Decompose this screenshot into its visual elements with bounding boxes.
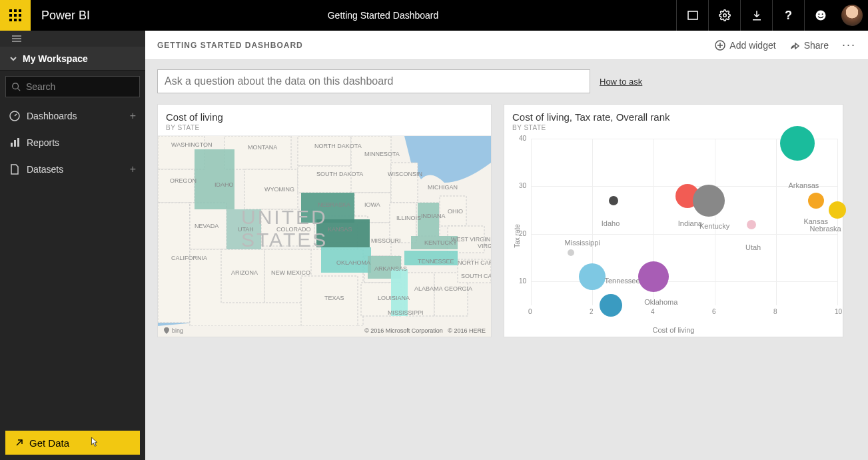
main: GETTING STARTED DASHBOARD Add widget Sha… [145, 31, 868, 460]
search-placeholder: Search [26, 81, 55, 92]
sidebar-collapse-button[interactable] [0, 31, 145, 47]
more-options-button[interactable]: ··· [842, 38, 856, 52]
svg-rect-47 [221, 249, 264, 303]
x-tick: 8 [773, 308, 777, 315]
sidebar-item-datasets[interactable]: Datasets + [0, 156, 145, 183]
map-state-label: ALABAMA [414, 285, 443, 292]
bubble-oklahoma[interactable] [638, 261, 669, 292]
gear-icon [719, 9, 731, 21]
map-visual[interactable]: UNITED STATES bing © 2016 Microsoft Corp… [158, 135, 491, 337]
smile-icon [815, 9, 827, 21]
scatter-visual[interactable]: Tax rate Cost of living 024681010203040I… [504, 135, 843, 337]
map-state-label: VIRGINIA [478, 243, 491, 249]
svg-rect-2 [19, 9, 21, 12]
svg-rect-29 [158, 169, 195, 203]
sidebar-item-label: Datasets [27, 164, 63, 175]
map-state-label: WASHINGTON [171, 141, 213, 148]
fullscreen-button[interactable] [676, 0, 708, 31]
map-state-label: ARKANSAS [374, 265, 407, 272]
qa-input[interactable] [157, 69, 590, 93]
how-to-ask-link[interactable]: How to ask [600, 77, 642, 87]
bubble-unnamed[interactable] [600, 294, 622, 317]
bubble-label: Arkansas [788, 181, 819, 189]
user-avatar[interactable] [836, 0, 868, 31]
sidebar: My Workspace Search Dashboards + Reports… [0, 31, 145, 460]
map-state-label: NEW MEXICO [271, 269, 310, 276]
svg-point-12 [818, 13, 819, 15]
gauge-icon [9, 111, 20, 121]
map-state-label: NEBRASKA [318, 201, 350, 208]
share-label: Share [804, 40, 829, 51]
bubble-tennessee[interactable] [579, 263, 606, 290]
map-state-label: IOWA [364, 201, 380, 208]
svg-point-17 [13, 83, 19, 89]
x-tick: 2 [590, 308, 594, 315]
svg-line-24 [17, 440, 22, 445]
get-data-label: Get Data [29, 437, 69, 449]
map-state-label: MINNESOTA [364, 151, 400, 157]
topbar: Power BI Getting Started Dashboard ? [0, 0, 868, 31]
add-dataset-button[interactable]: + [130, 163, 136, 175]
settings-button[interactable] [708, 0, 740, 31]
x-tick: 0 [528, 308, 532, 315]
svg-rect-4 [14, 14, 17, 17]
top-actions: ? [676, 0, 868, 31]
add-widget-button[interactable]: Add widget [715, 40, 775, 51]
map-state-label: MISSISSIPPI [388, 309, 424, 316]
svg-rect-9 [688, 11, 697, 19]
tile-subtitle: BY STATE [166, 124, 483, 131]
svg-rect-5 [19, 14, 21, 17]
help-button[interactable]: ? [772, 0, 804, 31]
y-tick: 30 [519, 182, 526, 189]
svg-rect-7 [14, 19, 17, 21]
map-state-label: MONTANA [248, 144, 277, 151]
bubble-label: Tennessee [604, 277, 640, 285]
svg-rect-41 [391, 163, 418, 203]
map-state-label: SOUTH DAKOTA [316, 171, 363, 177]
x-tick: 4 [651, 308, 655, 315]
bubble-arkansas[interactable] [780, 126, 815, 161]
bubble-nebraska[interactable] [829, 201, 846, 219]
bubble-label: Idaho [602, 219, 620, 227]
share-button[interactable]: Share [789, 40, 829, 51]
sidebar-item-dashboards[interactable]: Dashboards + [0, 103, 145, 129]
tile-map[interactable]: Cost of living BY STATE [157, 104, 492, 337]
map-state-label: NORTH DAKOTA [314, 143, 362, 149]
svg-rect-36 [298, 166, 354, 193]
svg-line-18 [18, 89, 21, 91]
add-dashboard-button[interactable]: + [130, 110, 136, 122]
bubble-mississippi[interactable] [568, 249, 574, 256]
search-icon [11, 82, 21, 91]
bubble-kentucky[interactable] [693, 185, 725, 217]
add-widget-label: Add widget [729, 40, 775, 51]
svg-point-11 [815, 11, 825, 21]
map-state-label: KANSAS [328, 226, 352, 233]
get-data-button[interactable]: Get Data [5, 431, 140, 455]
bubble-label: Mississippi [565, 239, 600, 247]
map-attribution-right: © 2016 Microsoft Corporation © 2016 HERE [364, 327, 486, 334]
sidebar-item-label: Reports [27, 137, 59, 148]
dashboard-body: How to ask Cost of living BY STATE [145, 60, 868, 347]
y-tick: 20 [519, 230, 526, 237]
map-state-label: WYOMING [264, 186, 294, 193]
svg-rect-8 [19, 19, 21, 21]
app-launcher-button[interactable] [0, 0, 31, 31]
download-icon [751, 9, 763, 21]
tile-scatter[interactable]: Cost of living, Tax rate, Overall rank B… [504, 104, 843, 337]
svg-rect-35 [298, 136, 351, 166]
download-button[interactable] [740, 0, 772, 31]
bubble-kansas[interactable] [808, 193, 824, 209]
svg-point-10 [723, 14, 726, 17]
feedback-button[interactable] [804, 0, 836, 31]
workspace-dropdown[interactable]: My Workspace [0, 47, 145, 71]
bubble-utah[interactable] [747, 220, 756, 229]
sidebar-item-reports[interactable]: Reports [0, 129, 145, 156]
workspace-label: My Workspace [23, 53, 88, 64]
map-state-label: INDIANA [421, 213, 446, 219]
svg-rect-21 [11, 143, 13, 147]
bubble-idaho[interactable] [609, 196, 618, 205]
search-input[interactable]: Search [5, 76, 140, 97]
map-state-label: UTAH [238, 226, 254, 233]
map-state-label: CALIFORNIA [171, 255, 207, 261]
map-state-label: TENNESSEE [418, 258, 454, 265]
